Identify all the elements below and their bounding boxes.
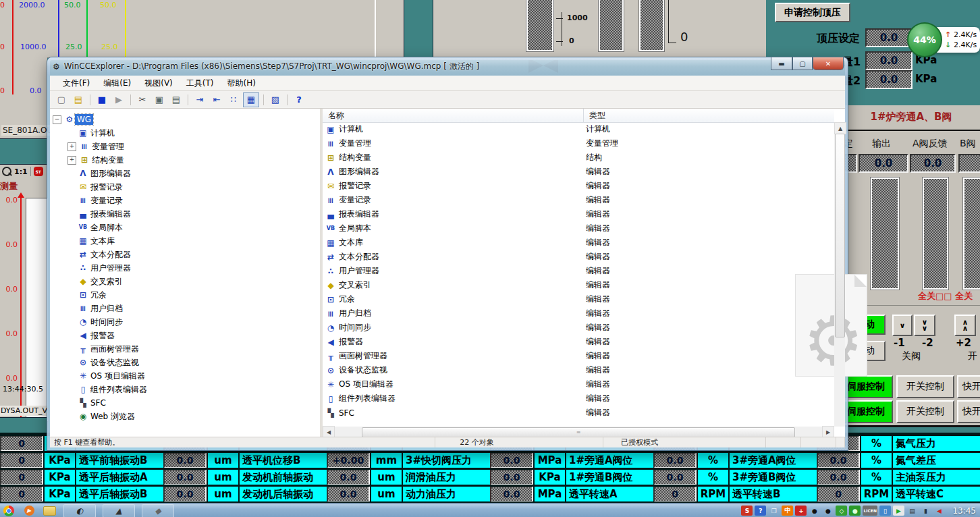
request-top-pressure-button[interactable]: 申请控制顶压	[775, 3, 850, 22]
list-row[interactable]: ▦文本库编辑器	[323, 236, 834, 250]
fast-open-button-1[interactable]: 快开	[957, 375, 980, 398]
tree-item-user-archive[interactable]: ≡用户归档	[50, 302, 320, 315]
horizontal-scrollbar[interactable]: ◀ ≡ ▶	[323, 427, 834, 437]
double-down-button[interactable]: ∨∨	[914, 315, 935, 336]
tree-item-web-browser[interactable]: ◉Web 浏览器	[50, 410, 320, 423]
chrome-icon[interactable]	[1, 505, 16, 517]
fast-open-button-2[interactable]: 快开	[957, 400, 980, 423]
list-row[interactable]: ▯组件列表编辑器编辑器	[323, 391, 834, 406]
vscroll-thumb[interactable]	[835, 134, 845, 337]
menu-item-1[interactable]: 编辑(E)	[97, 76, 137, 90]
tree-item-horn[interactable]: ◀报警器	[50, 329, 320, 342]
tree-item-device-status[interactable]: ⊙设备状态监视	[50, 356, 320, 369]
paste-icon[interactable]: ▤	[169, 93, 184, 107]
help-tray-icon[interactable]: ?	[755, 506, 766, 516]
help-icon[interactable]: ?	[292, 93, 306, 107]
scroll-up-arrow[interactable]: ▲	[834, 122, 846, 134]
list-row[interactable]: ╥画面树管理器编辑器	[323, 349, 834, 363]
tree-item-text-distributor[interactable]: ⇄文本分配器	[50, 248, 320, 261]
list-row[interactable]: ✳OS 项目编辑器编辑器	[323, 377, 834, 391]
tree-item-os-project-editor[interactable]: ✳OS 项目编辑器	[50, 369, 320, 383]
minimize-button[interactable]: ▬	[771, 57, 792, 70]
list-row[interactable]: VB全局脚本编辑器	[323, 221, 834, 236]
switch-control-button-1[interactable]: 开关控制	[896, 375, 954, 398]
step-down-button[interactable]: ∨	[892, 315, 913, 336]
vertical-scrollbar[interactable]: ▲	[834, 122, 845, 427]
open-icon[interactable]: ▤	[71, 93, 86, 107]
properties-icon[interactable]: ▧	[268, 93, 283, 107]
net-percent-badge[interactable]: 44%	[907, 22, 942, 57]
signal-icon[interactable]: ▮	[920, 506, 931, 516]
app-button-1[interactable]: ◐	[63, 504, 96, 517]
folder-icon[interactable]	[42, 505, 57, 517]
menu-item-0[interactable]: 文件(F)	[57, 76, 96, 90]
list-row[interactable]: ◆交叉索引编辑器	[323, 278, 834, 292]
tree-item-redundancy[interactable]: ⊡冗余	[50, 288, 320, 302]
list-row[interactable]: ⊡冗余编辑器	[323, 292, 834, 306]
maximize-button[interactable]: ▢	[792, 57, 813, 70]
tag-import-icon[interactable]: ⇤	[209, 93, 224, 107]
browser-tray-icon[interactable]: ●	[849, 506, 861, 516]
stop-icon[interactable]: ■	[94, 93, 109, 107]
player-icon[interactable]: ▶	[22, 505, 36, 517]
tree-item-time-sync[interactable]: ◔时间同步	[50, 315, 320, 329]
player-tray-icon[interactable]: ▶	[893, 506, 904, 516]
tree-expander[interactable]: +	[67, 156, 76, 165]
copy-icon[interactable]: ▣	[152, 93, 167, 107]
list-row[interactable]: Λ图形编辑器编辑器	[323, 165, 834, 179]
cut-icon[interactable]: ✂	[135, 93, 150, 107]
red-cross-icon[interactable]: +	[795, 506, 807, 516]
sogou-icon[interactable]: S	[741, 506, 753, 516]
list-row[interactable]: ▣计算机计算机	[323, 122, 834, 136]
tree-item-graphics-designer[interactable]: Λ图形编辑器	[50, 167, 320, 180]
tree-item-picture-tree[interactable]: ╥画面树管理器	[50, 342, 320, 356]
tree-item-structure-tag[interactable]: +⊞结构变量	[50, 153, 320, 167]
tree-item-sfc[interactable]: ▚SFC	[50, 396, 320, 410]
list-row[interactable]: ✉报警记录编辑器	[323, 179, 834, 193]
zoom-ratio[interactable]: 1:1	[14, 167, 28, 176]
tree-item-computer[interactable]: ▣计算机	[50, 126, 320, 140]
new-icon[interactable]: ▢	[54, 93, 69, 107]
tree-item-tag-logging[interactable]: ≡变量记录	[50, 194, 320, 207]
list-row[interactable]: ⊙设备状态监视编辑器	[323, 363, 834, 377]
tree-item-user-administrator[interactable]: ∴用户管理器	[50, 261, 320, 275]
menu-item-4[interactable]: 帮助(H)	[221, 76, 262, 90]
tree-item-report-designer[interactable]: ▄报表编辑器	[50, 207, 320, 221]
detail-icon[interactable]: ∷	[226, 93, 241, 107]
list-row[interactable]: ≡变量管理变量管理	[323, 136, 834, 151]
servo-control-button-2[interactable]: 伺服控制	[842, 400, 893, 423]
close-button[interactable]: ✕	[813, 57, 844, 70]
app-button-2[interactable]: ▲	[103, 504, 135, 517]
title-bar[interactable]: ⚙ WinCCExplorer - D:\Program Files (x86)…	[47, 57, 848, 76]
tree-item-global-script[interactable]: VB全局脚本	[50, 221, 320, 234]
zhong-icon[interactable]: 中	[782, 506, 793, 516]
double-up-button[interactable]: ∧∧	[954, 315, 976, 336]
stop-sign-icon[interactable]: ST	[34, 167, 43, 176]
qq-icon[interactable]: ●	[809, 506, 820, 516]
list-row[interactable]: ◔时间同步编辑器	[323, 321, 834, 335]
magnifier-icon[interactable]	[2, 167, 11, 176]
list-row[interactable]: ▄报表编辑器编辑器	[323, 207, 834, 221]
tag-export-icon[interactable]: ⇥	[192, 93, 207, 107]
app-button-3[interactable]: ◆	[142, 504, 174, 517]
list-row[interactable]: ⊞结构变量结构	[323, 151, 834, 165]
tree-item-component-list[interactable]: ▯组件列表编辑器	[50, 383, 320, 396]
tree-item-root[interactable]: −⚙WG	[50, 113, 320, 126]
list-row[interactable]: ◀报警器编辑器	[323, 335, 834, 349]
tree-item-cross-reference[interactable]: ◆交叉索引	[50, 275, 320, 288]
switch-control-button-2[interactable]: 开关控制	[896, 400, 954, 423]
printer-icon[interactable]: ▤	[906, 506, 918, 516]
menu-item-3[interactable]: 工具(T)	[180, 76, 220, 90]
license-icon[interactable]: LICEN	[863, 506, 877, 516]
tree-item-alarm-logging[interactable]: ✉报警记录	[50, 180, 320, 194]
list-row[interactable]: ∴用户管理器编辑器	[323, 264, 834, 278]
list-row[interactable]: ▚SFC编辑器	[323, 406, 834, 420]
tree-expander[interactable]: +	[67, 142, 76, 151]
menu-item-2[interactable]: 视图(V)	[138, 76, 179, 90]
window-restore-icon[interactable]: ❐	[768, 506, 780, 516]
qq2-icon[interactable]: ●	[822, 506, 834, 516]
tree-item-text-library[interactable]: ▦文本库	[50, 234, 320, 248]
shield-icon[interactable]: ◇	[836, 506, 847, 516]
column-name[interactable]: 名称	[323, 109, 583, 122]
column-type[interactable]: 类型	[584, 109, 611, 122]
